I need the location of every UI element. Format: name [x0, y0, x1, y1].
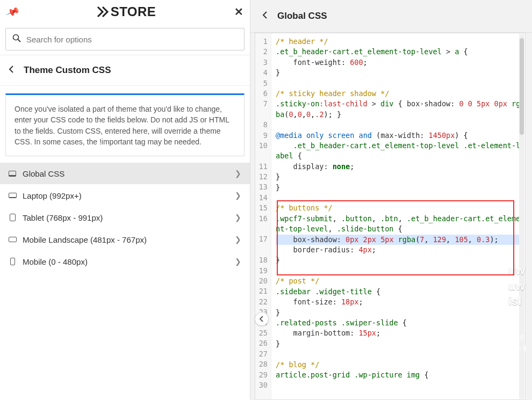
chevron-right-icon: ❯ [235, 169, 241, 178]
menu-item-label: Global CSS [23, 169, 229, 178]
chevron-right-icon: ❯ [235, 191, 241, 200]
search-input[interactable] [26, 35, 238, 44]
editor-panel: Global CSS 12345678910111213141516171819… [250, 0, 532, 400]
chevron-right-icon: ❯ [235, 235, 241, 244]
desktop-icon [8, 169, 17, 178]
editor-title: Global CSS [277, 11, 327, 21]
tablet-icon [8, 213, 17, 222]
logo: STORE [97, 4, 156, 19]
collapse-toggle[interactable] [255, 312, 269, 326]
menu-item-label: Mobile Landscape (481px - 767px) [23, 235, 229, 244]
menu-item-laptop[interactable]: Laptop (992px+) ❯ [0, 185, 250, 207]
back-icon[interactable] [262, 11, 268, 21]
laptop-icon [8, 191, 17, 200]
mobile-icon [8, 257, 17, 266]
editor-header: Global CSS [250, 0, 532, 33]
line-gutter: 1234567891011121314151617181920212223242… [255, 33, 271, 399]
chevron-right-icon: ❯ [235, 213, 241, 222]
search-icon [12, 34, 21, 45]
menu-item-mobile[interactable]: Mobile (0 - 480px) ❯ [0, 251, 250, 273]
css-scope-menu: Global CSS ❯ Laptop (992px+) ❯ Tablet (7… [0, 163, 250, 273]
preview-text-fragment: de id loos ij Sp [508, 332, 532, 363]
menu-item-label: Laptop (992px+) [23, 191, 229, 200]
menu-item-label: Mobile (0 - 480px) [23, 257, 229, 266]
svg-point-0 [13, 35, 19, 40]
section-title-row: Theme Custom CSS [0, 55, 250, 86]
code-area[interactable]: /* header */.et_b_header-cart.et_element… [271, 33, 525, 399]
back-icon[interactable] [9, 65, 14, 76]
scrollbar-thumb[interactable] [520, 38, 524, 135]
menu-item-mobile-landscape[interactable]: Mobile Landscape (481px - 767px) ❯ [0, 229, 250, 251]
close-icon[interactable]: ✕ [234, 5, 243, 18]
sidebar-panel: 📌 STORE ✕ Theme Custom CSS Once you've [0, 0, 250, 400]
menu-item-label: Tablet (768px - 991px) [23, 213, 229, 222]
panel-header: 📌 STORE ✕ [0, 0, 250, 24]
svg-line-1 [18, 40, 21, 42]
hint-text: Once you've isolated a part of theme tha… [5, 93, 245, 156]
pin-icon[interactable]: 📌 [5, 4, 20, 19]
menu-item-tablet[interactable]: Tablet (768px - 991px) ❯ [0, 207, 250, 229]
menu-item-global-css[interactable]: Global CSS ❯ [0, 163, 250, 185]
chevron-right-icon: ❯ [235, 257, 241, 266]
mobile-landscape-icon [8, 235, 17, 244]
preview-text-fragment: uw uw isl [508, 263, 532, 309]
section-title: Theme Custom CSS [24, 65, 111, 76]
css-editor[interactable]: 1234567891011121314151617181920212223242… [255, 33, 526, 400]
search-box[interactable] [5, 28, 245, 50]
